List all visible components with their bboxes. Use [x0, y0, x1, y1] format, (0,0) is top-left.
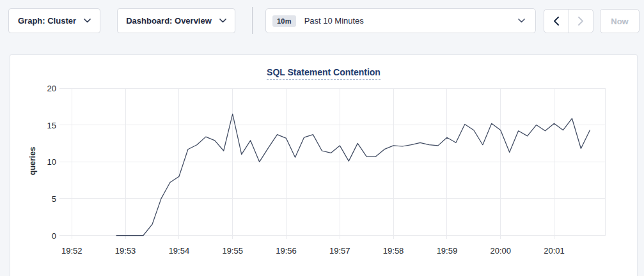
dashboard-dropdown-label: Dashboard: Overview	[126, 16, 212, 26]
chart-card: SQL Statement Contention	[10, 54, 638, 276]
now-button[interactable]: Now	[600, 9, 640, 33]
chevron-down-icon	[219, 19, 226, 23]
chevron-right-icon	[577, 16, 584, 26]
next-time-button[interactable]	[569, 10, 593, 33]
time-window-badge: 10m	[272, 15, 296, 27]
chevron-left-icon	[553, 16, 560, 26]
chevron-down-icon	[518, 19, 525, 23]
prev-time-button[interactable]	[544, 10, 569, 33]
time-range-selector[interactable]: 10m Past 10 Minutes	[265, 8, 536, 33]
chart-title-row: SQL Statement Contention	[10, 55, 637, 78]
graph-dropdown[interactable]: Graph: Cluster	[8, 8, 100, 33]
dashboard-dropdown[interactable]: Dashboard: Overview	[117, 8, 235, 33]
toolbar: Graph: Cluster Dashboard: Overview 10m P…	[0, 0, 644, 54]
chart-title[interactable]: SQL Statement Contention	[267, 67, 381, 80]
chevron-down-icon	[84, 19, 91, 23]
time-range-label: Past 10 Minutes	[304, 16, 364, 26]
graph-dropdown-label: Graph: Cluster	[18, 16, 76, 26]
time-nav-group	[544, 9, 593, 33]
toolbar-divider	[252, 7, 253, 34]
